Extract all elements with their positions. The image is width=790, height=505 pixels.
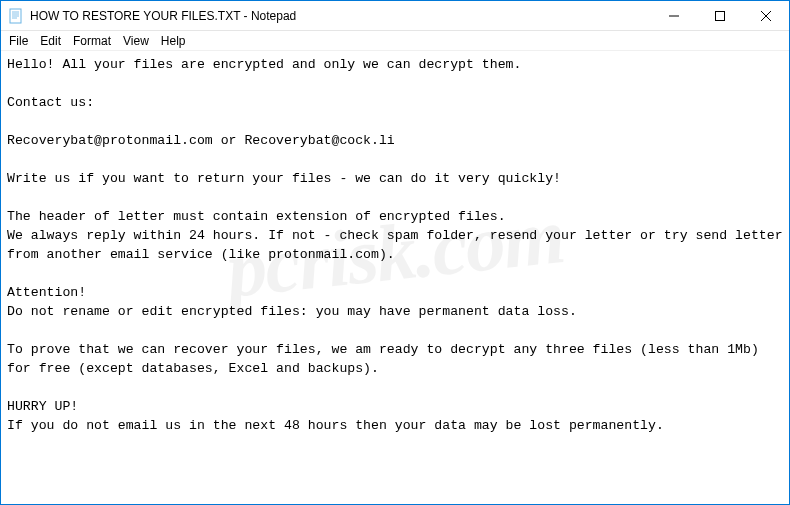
maximize-button[interactable]: [697, 1, 743, 31]
minimize-button[interactable]: [651, 1, 697, 31]
menu-help[interactable]: Help: [155, 33, 192, 49]
close-button[interactable]: [743, 1, 789, 31]
menu-view[interactable]: View: [117, 33, 155, 49]
menu-file[interactable]: File: [3, 33, 34, 49]
menu-edit[interactable]: Edit: [34, 33, 67, 49]
text-area[interactable]: Hello! All your files are encrypted and …: [1, 51, 789, 504]
minimize-icon: [669, 11, 679, 21]
menu-format[interactable]: Format: [67, 33, 117, 49]
close-icon: [761, 11, 771, 21]
window-title: HOW TO RESTORE YOUR FILES.TXT - Notepad: [30, 9, 651, 23]
notepad-icon: [8, 8, 24, 24]
menubar: File Edit Format View Help: [1, 31, 789, 51]
svg-rect-6: [716, 12, 725, 21]
window-controls: [651, 1, 789, 30]
titlebar: HOW TO RESTORE YOUR FILES.TXT - Notepad: [1, 1, 789, 31]
maximize-icon: [715, 11, 725, 21]
